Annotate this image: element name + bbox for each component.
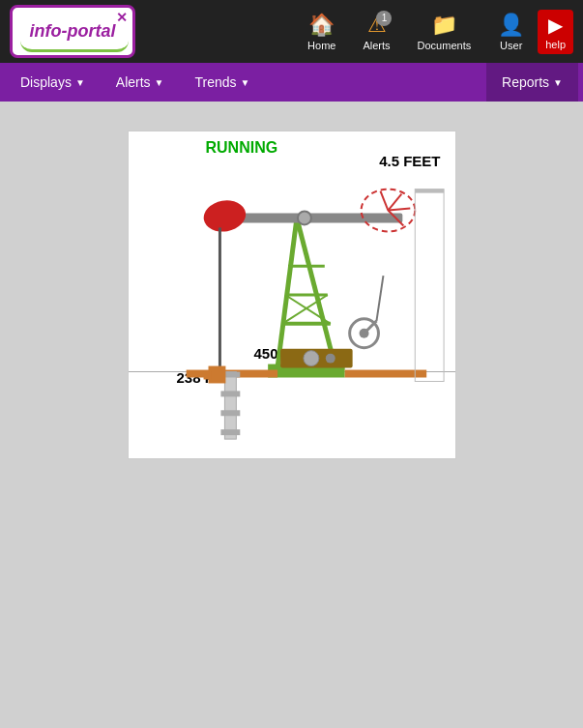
user-icon: 👤 — [498, 13, 524, 38]
top-nav-icons: 🏠 Home 1 ⚠ Alerts 📁 Documents 👤 User ▶ h… — [294, 8, 573, 56]
displays-caret-icon: ▼ — [75, 77, 85, 88]
logo[interactable]: ✕ info-portal — [10, 5, 135, 58]
documents-icon: 📁 — [431, 13, 457, 38]
alerts-nav-label: Alerts — [116, 74, 151, 90]
svg-rect-27 — [224, 372, 236, 440]
home-icon: 🏠 — [308, 13, 335, 38]
user-nav-item[interactable]: 👤 User — [484, 8, 538, 56]
logo-swoosh — [20, 41, 129, 52]
reports-label: Reports — [502, 74, 549, 90]
trends-menu-button[interactable]: Trends ▼ — [180, 63, 266, 102]
alerts-nav-item[interactable]: 1 ⚠ Alerts — [349, 8, 403, 56]
trends-label: Trends — [195, 74, 237, 90]
home-nav-item[interactable]: 🏠 Home — [294, 8, 349, 56]
alerts-label: Alerts — [363, 40, 390, 51]
svg-rect-35 — [415, 189, 444, 193]
svg-line-20 — [364, 321, 376, 334]
svg-point-24 — [325, 354, 335, 364]
reports-caret-icon: ▼ — [553, 77, 563, 88]
svg-line-15 — [388, 194, 401, 211]
logo-x: ✕ — [116, 10, 128, 25]
navbar: Displays ▼ Alerts ▼ Trends ▼ Reports ▼ — [0, 63, 583, 102]
alert-badge: 1 — [376, 11, 392, 26]
video-icon: ▶ — [548, 14, 563, 37]
pump-jack-display: RUNNING 4.5 FEET 450 STOKES 238 PSI — [128, 131, 456, 459]
svg-point-10 — [297, 212, 310, 225]
svg-line-14 — [380, 191, 388, 211]
svg-rect-30 — [220, 410, 240, 416]
documents-nav-item[interactable]: 📁 Documents — [404, 8, 485, 56]
user-label: User — [500, 40, 522, 51]
header: ✕ info-portal 🏠 Home 1 ⚠ Alerts 📁 Docume… — [0, 0, 583, 63]
svg-line-7 — [285, 295, 331, 324]
svg-point-11 — [201, 197, 248, 235]
svg-rect-29 — [220, 391, 240, 396]
alerts-caret-icon: ▼ — [155, 77, 164, 88]
trends-caret-icon: ▼ — [241, 77, 250, 88]
svg-rect-26 — [344, 370, 426, 378]
svg-line-16 — [388, 209, 410, 211]
reports-menu-button[interactable]: Reports ▼ — [486, 63, 578, 102]
main-content: RUNNING 4.5 FEET 450 STOKES 238 PSI — [0, 102, 583, 488]
displays-label: Displays — [20, 74, 72, 90]
pump-jack-svg — [129, 131, 455, 458]
help-label: help — [545, 39, 566, 50]
svg-line-1 — [277, 218, 297, 366]
svg-point-23 — [303, 351, 318, 366]
documents-label: Documents — [418, 40, 472, 51]
svg-rect-31 — [220, 429, 240, 435]
svg-rect-34 — [415, 189, 444, 382]
svg-line-2 — [296, 218, 335, 366]
help-video-item[interactable]: ▶ help — [538, 10, 573, 54]
svg-line-21 — [376, 276, 383, 321]
logo-text: info-portal — [30, 21, 116, 42]
displays-menu-button[interactable]: Displays ▼ — [5, 63, 101, 102]
svg-rect-33 — [203, 372, 211, 380]
home-label: Home — [307, 40, 335, 51]
alerts-menu-button[interactable]: Alerts ▼ — [101, 63, 180, 102]
